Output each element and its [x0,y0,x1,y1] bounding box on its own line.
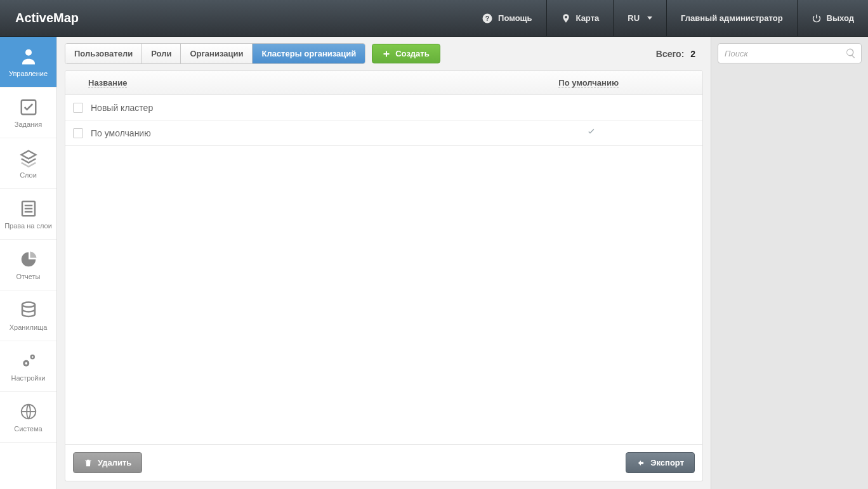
export-button[interactable]: Экспорт [626,452,695,473]
sidebar-item-storage[interactable]: Хранилища [0,290,56,341]
search-box [718,43,862,63]
sidebar-item-system[interactable]: Система [0,392,56,443]
user-menu[interactable]: Главный администратор [666,0,797,37]
plus-icon [383,50,390,58]
right-panel [711,37,868,489]
row-name: Новый кластер [91,103,153,113]
check-icon [586,127,596,137]
logout-link[interactable]: Выход [797,0,868,37]
language-selector[interactable]: RU [613,0,666,37]
sidebar-item-label: Управление [9,70,48,77]
sidebar-item-label: Система [14,425,42,433]
map-link[interactable]: Карта [546,0,614,37]
trash-icon [84,459,93,467]
svg-point-10 [25,362,27,364]
svg-point-8 [22,302,35,307]
main-content: Пользователи Роли Организации Кластеры о… [57,37,711,489]
help-icon: ? [482,13,493,24]
user-admin-icon [18,47,39,66]
sidebar-item-label: Слои [20,171,37,179]
tab-org-clusters[interactable]: Кластеры организаций [253,44,365,63]
sidebar-item-management[interactable]: Управление [0,37,56,88]
user-label: Главный администратор [681,13,783,23]
map-pin-icon [561,13,571,24]
table-header: Название По умолчанию [65,71,702,95]
logout-label: Выход [827,13,854,23]
create-label: Создать [395,49,429,58]
document-lines-icon [18,199,39,218]
export-icon [636,459,645,467]
sidebar-item-label: Права на слои [4,222,52,230]
sidebar-item-label: Настройки [11,374,46,382]
chevron-down-icon [647,16,652,20]
search-input[interactable] [718,43,862,63]
check-box-icon [18,98,39,117]
row-checkbox[interactable] [73,103,83,113]
col-name-header[interactable]: Название [88,78,127,88]
delete-label: Удалить [98,458,131,467]
sidebar-item-reports[interactable]: Отчеты [0,240,56,290]
row-checkbox[interactable] [73,128,83,138]
delete-button[interactable]: Удалить [73,452,142,473]
left-sidebar: Управление Задания Слои Права на слои От… [0,37,57,489]
layers-icon [18,148,39,167]
tab-organizations[interactable]: Организации [181,44,253,63]
svg-point-12 [32,356,34,358]
bottom-toolbar: Удалить Экспорт [65,445,703,481]
gears-icon [18,351,39,370]
globe-icon [18,402,39,421]
sidebar-item-label: Отчеты [16,273,40,280]
search-icon[interactable] [845,48,857,61]
data-table: Название По умолчанию Новый кластер По у… [65,70,703,445]
app-logo: ActiveMap [0,11,94,25]
sidebar-item-tasks[interactable]: Задания [0,88,56,138]
total-label: Всего: [656,49,685,59]
map-label: Карта [576,13,600,23]
total-value: 2 [690,49,695,59]
table-row[interactable]: Новый кластер [65,95,702,121]
sidebar-item-label: Задания [15,121,42,128]
pie-chart-icon [18,250,39,269]
sidebar-item-label: Хранилища [10,323,48,331]
help-label: Помощь [498,13,532,23]
sidebar-item-settings[interactable]: Настройки [0,341,56,392]
svg-text:?: ? [485,14,489,22]
sidebar-item-layer-rights[interactable]: Права на слои [0,189,56,240]
create-button[interactable]: Создать [372,44,440,63]
svg-point-2 [25,49,32,55]
language-label: RU [628,13,640,23]
tab-roles[interactable]: Роли [142,44,181,63]
export-label: Экспорт [650,458,684,467]
power-icon [812,13,822,23]
database-icon [18,301,39,320]
tab-users[interactable]: Пользователи [65,44,142,63]
entity-tabs: Пользователи Роли Организации Кластеры о… [65,43,365,64]
help-link[interactable]: ? Помощь [468,0,546,37]
col-default-header[interactable]: По умолчанию [558,78,619,88]
total-counter: Всего: 2 [656,49,703,59]
table-row[interactable]: По умолчанию [65,121,702,146]
row-name: По умолчанию [91,128,151,138]
top-header: ActiveMap ? Помощь Карта RU Главный адми… [0,0,868,37]
sidebar-item-layers[interactable]: Слои [0,138,56,189]
top-toolbar: Пользователи Роли Организации Кластеры о… [65,43,703,64]
row-default [586,127,596,139]
